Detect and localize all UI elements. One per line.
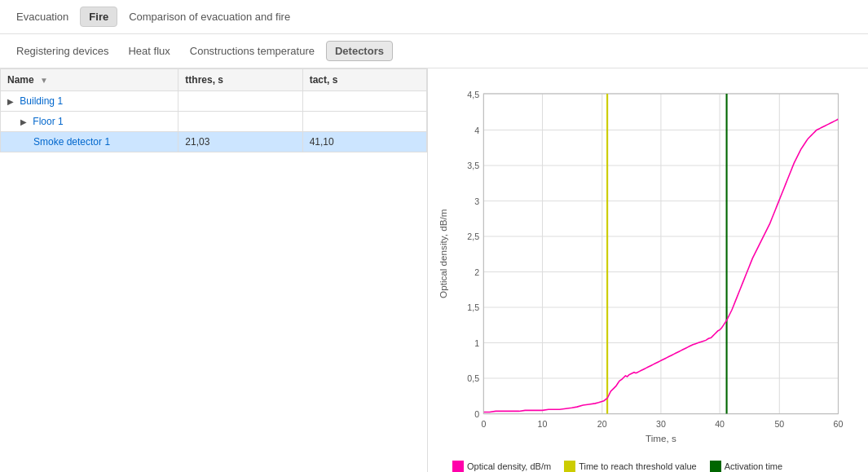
building-tthres bbox=[178, 91, 302, 112]
tab-constructions[interactable]: Constructions temperature bbox=[182, 42, 323, 60]
svg-text:40: 40 bbox=[715, 419, 725, 429]
legend-color-optical bbox=[452, 461, 464, 472]
col-tthres: tthres, s bbox=[178, 69, 302, 91]
filter-icon[interactable]: ▼ bbox=[40, 76, 48, 85]
col-name: Name ▼ bbox=[1, 69, 178, 91]
tab-fire[interactable]: Fire bbox=[80, 7, 117, 27]
x-axis-ticks: 0 10 20 30 40 50 60 bbox=[481, 419, 843, 429]
building-name: ▶ Building 1 bbox=[1, 91, 178, 112]
svg-text:0: 0 bbox=[474, 409, 479, 419]
detectors-table: Name ▼ tthres, s tact, s ▶ Building 1 bbox=[0, 68, 427, 152]
detector-tact: 41,10 bbox=[302, 132, 426, 152]
second-nav: Registering devices Heat flux Constructi… bbox=[0, 34, 868, 68]
svg-text:30: 30 bbox=[656, 419, 666, 429]
floor-collapse-icon[interactable]: ▶ bbox=[20, 117, 27, 126]
right-panel: Optical density, dB/m 0 0,5 bbox=[428, 68, 868, 472]
svg-text:2,5: 2,5 bbox=[467, 232, 479, 241]
svg-text:10: 10 bbox=[538, 419, 548, 429]
svg-text:4: 4 bbox=[474, 126, 479, 135]
svg-text:2: 2 bbox=[474, 267, 479, 277]
svg-text:4,5: 4,5 bbox=[467, 90, 479, 99]
table-row[interactable]: Smoke detector 1 21,03 41,10 bbox=[1, 132, 427, 152]
svg-text:50: 50 bbox=[774, 419, 784, 429]
chart-svg: Optical density, dB/m 0 0,5 bbox=[436, 77, 860, 465]
x-axis-label: Time, s bbox=[645, 433, 676, 443]
floor-name: ▶ Floor 1 bbox=[1, 112, 178, 132]
legend-item-tthres: Time to reach threshold value bbox=[564, 461, 697, 472]
left-panel: Name ▼ tthres, s tact, s ▶ Building 1 bbox=[0, 68, 428, 472]
legend-label-tthres: Time to reach threshold value bbox=[579, 461, 697, 471]
tab-heatflux[interactable]: Heat flux bbox=[120, 42, 178, 60]
svg-text:60: 60 bbox=[834, 419, 844, 429]
y-axis-label: Optical density, dB/m bbox=[438, 210, 448, 298]
floor-tthres bbox=[178, 112, 302, 132]
legend-color-tthres bbox=[564, 461, 575, 472]
legend-color-tact bbox=[710, 461, 721, 472]
svg-text:0,5: 0,5 bbox=[467, 373, 479, 383]
tab-evacuation[interactable]: Evacuation bbox=[8, 7, 77, 26]
chart-legend: Optical density, dB/m Time to reach thre… bbox=[452, 461, 782, 472]
legend-item-tact: Activation time bbox=[710, 461, 783, 472]
y-axis-ticks: 0 0,5 1 1,5 2 2,5 3 3,5 4 4,5 bbox=[467, 90, 479, 419]
x-gridlines bbox=[483, 94, 838, 414]
svg-text:3,5: 3,5 bbox=[467, 161, 479, 170]
legend-label-tact: Activation time bbox=[725, 461, 783, 471]
col-tact: tact, s bbox=[302, 69, 426, 91]
building-tact bbox=[302, 91, 426, 112]
tab-detectors[interactable]: Detectors bbox=[326, 41, 393, 61]
collapse-icon[interactable]: ▶ bbox=[7, 97, 14, 106]
svg-text:1: 1 bbox=[474, 338, 479, 348]
svg-text:1,5: 1,5 bbox=[467, 302, 479, 312]
detector-name: Smoke detector 1 bbox=[1, 132, 178, 152]
tab-comparison[interactable]: Comparison of evacuation and fire bbox=[121, 7, 298, 26]
table-row[interactable]: ▶ Building 1 bbox=[1, 91, 427, 112]
tab-registering[interactable]: Registering devices bbox=[8, 42, 117, 60]
detector-tthres: 21,03 bbox=[178, 132, 302, 152]
table-row[interactable]: ▶ Floor 1 bbox=[1, 112, 427, 132]
svg-text:0: 0 bbox=[481, 419, 486, 429]
top-nav: Evacuation Fire Comparison of evacuation… bbox=[0, 0, 868, 34]
svg-text:3: 3 bbox=[474, 196, 479, 206]
legend-label-optical: Optical density, dB/m bbox=[467, 461, 551, 471]
main-content: Name ▼ tthres, s tact, s ▶ Building 1 bbox=[0, 68, 868, 472]
legend-item-optical: Optical density, dB/m bbox=[452, 461, 551, 472]
svg-text:20: 20 bbox=[597, 419, 607, 429]
floor-tact bbox=[302, 112, 426, 132]
